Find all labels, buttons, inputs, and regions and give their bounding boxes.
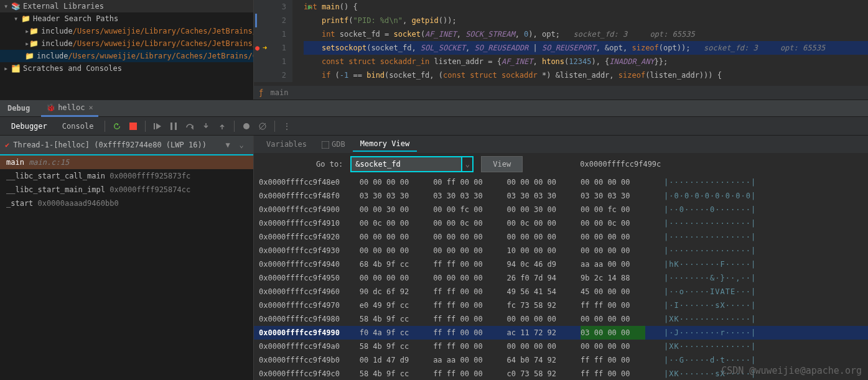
memory-row[interactable]: 0x0000ffffcc9f4910 00 0c 00 00 00 00 0c … bbox=[254, 216, 868, 230]
memory-row[interactable]: 0x0000ffffcc9f49c0 58 4b 9f cc ff ff 00 … bbox=[254, 367, 868, 380]
breadcrumb[interactable]: ƒ main bbox=[254, 86, 868, 100]
breadcrumb-item: main bbox=[270, 88, 288, 97]
project-tree: ▾ 📚 External Libraries ▾ 📁 Header Search… bbox=[0, 0, 254, 100]
bug-icon: 🐞 bbox=[46, 103, 55, 112]
tree-external-libraries[interactable]: ▾ 📚 External Libraries bbox=[0, 0, 253, 12]
memory-row[interactable]: 0x0000ffffcc9f4970 e0 49 9f cc ff ff 00 … bbox=[254, 299, 868, 312]
chevron-down-icon[interactable]: ⌄ bbox=[462, 156, 474, 172]
run-icon[interactable]: ▶ bbox=[308, 0, 312, 14]
chevron-down-icon[interactable]: ⌄ bbox=[235, 138, 248, 152]
frames-panel: ✔ Thread-1-[helloc] (0xffff92744e80 (LWP… bbox=[0, 136, 254, 380]
svg-rect-7 bbox=[322, 141, 329, 149]
folder-icon: 📁 bbox=[29, 27, 39, 35]
memory-row[interactable]: 0x0000ffffcc9f4990 f0 4a 9f cc ff ff 00 … bbox=[254, 326, 868, 340]
chevron-down-icon: ▾ bbox=[14, 14, 21, 23]
goto-bar: Go to: ⌄ View 0x0000ffffcc9f499c bbox=[254, 153, 868, 175]
memory-row[interactable]: 0x0000ffffcc9f48e0 00 00 00 00 00 ff 00 … bbox=[254, 175, 868, 189]
memory-row[interactable]: 0x0000ffffcc9f48f0 03 30 03 30 03 30 03 … bbox=[254, 189, 868, 203]
debug-toolbar: Debugger Console ⋮ bbox=[0, 117, 868, 136]
tab-debugger[interactable]: Debugger bbox=[5, 119, 54, 133]
step-over-icon[interactable] bbox=[183, 119, 197, 133]
tree-include-1[interactable]: ▸ 📁 include /Users/wuweijie/Library/Cach… bbox=[0, 25, 253, 37]
tree-label: External Libraries bbox=[23, 2, 104, 11]
code-line-current[interactable]: setsockopt(socket_fd, SOL_SOCKET, SO_REU… bbox=[304, 41, 868, 55]
code-editor[interactable]: 3 2 1 1 1 2 ▶ ●➜ int main() { printf("PI… bbox=[254, 0, 868, 100]
tree-label: Header Search Paths bbox=[33, 14, 118, 23]
chevron-down-icon: ▾ bbox=[4, 2, 11, 11]
tab-console[interactable]: Console bbox=[56, 119, 100, 133]
step-out-icon[interactable] bbox=[215, 119, 229, 133]
memory-row[interactable]: 0x0000ffffcc9f4940 68 4b 9f cc ff ff 00 … bbox=[254, 257, 868, 271]
close-icon[interactable]: × bbox=[88, 103, 93, 112]
tree-label: include bbox=[37, 52, 68, 60]
rerun-icon[interactable] bbox=[110, 119, 124, 133]
right-tabs: Variables GDB Memory View bbox=[254, 136, 868, 153]
tree-label: Scratches and Consoles bbox=[23, 64, 122, 73]
goto-label: Go to: bbox=[316, 160, 343, 169]
folder-icon: 📁 bbox=[21, 14, 30, 23]
stop-icon[interactable] bbox=[126, 119, 140, 133]
code-line[interactable]: int socket_fd = socket(AF_INET, SOCK_STR… bbox=[304, 27, 868, 41]
folder-icon: 📁 bbox=[25, 52, 34, 60]
right-panel: Variables GDB Memory View Go to: ⌄ View … bbox=[254, 136, 868, 380]
stack-frame[interactable]: main main.c:15 bbox=[0, 155, 253, 169]
thread-selector[interactable]: ✔ Thread-1-[helloc] (0xffff92744e80 (LWP… bbox=[0, 136, 253, 155]
tree-path: /Users/wuweijie/Library/Caches/JetBrains… bbox=[73, 27, 254, 35]
memory-table[interactable]: 0x0000ffffcc9f48e0 00 00 00 00 00 ff 00 … bbox=[254, 175, 868, 380]
chevron-right-icon: ▸ bbox=[25, 27, 29, 35]
scratches-icon: 🗂️ bbox=[11, 64, 21, 73]
chevron-right-icon: ▸ bbox=[25, 39, 29, 48]
memory-row[interactable]: 0x0000ffffcc9f49b0 00 1d 47 d9 aa aa 00 … bbox=[254, 353, 868, 367]
tree-scratches[interactable]: ▸ 🗂️ Scratches and Consoles bbox=[0, 62, 253, 75]
svg-rect-2 bbox=[170, 123, 172, 130]
tree-path: /Users/wuweijie/Library/Caches/JetBrains… bbox=[73, 39, 254, 48]
pause-icon[interactable] bbox=[167, 119, 180, 133]
stack-frame[interactable]: _start 0x0000aaaad9460bb0 bbox=[0, 197, 253, 210]
breakpoint-icon[interactable]: ● bbox=[255, 41, 259, 55]
memory-row[interactable]: 0x0000ffffcc9f4920 00 00 00 00 00 00 00 … bbox=[254, 230, 868, 244]
memory-row[interactable]: 0x0000ffffcc9f4960 90 dc 6f 92 ff ff 00 … bbox=[254, 285, 868, 299]
chevron-right-icon: ▸ bbox=[4, 64, 11, 73]
memory-row[interactable]: 0x0000ffffcc9f49a0 58 4b 9f cc ff ff 00 … bbox=[254, 340, 868, 353]
svg-rect-1 bbox=[154, 123, 155, 129]
tab-gdb[interactable]: GDB bbox=[314, 137, 353, 151]
folder-icon: 📁 bbox=[29, 39, 39, 48]
tree-include-2[interactable]: ▸ 📁 include /Users/wuweijie/Library/Cach… bbox=[0, 37, 253, 50]
debug-header: Debug 🐞 helloc × bbox=[0, 100, 868, 117]
debug-run-tab[interactable]: 🐞 helloc × bbox=[41, 100, 98, 117]
tab-label: helloc bbox=[58, 103, 85, 112]
tree-include-3[interactable]: 📁 include /Users/wuweijie/Library/Caches… bbox=[0, 50, 253, 62]
tab-memory-view[interactable]: Memory View bbox=[353, 137, 417, 152]
stack-frame[interactable]: __libc_start_call_main 0x0000ffff925873f… bbox=[0, 169, 253, 183]
memory-row[interactable]: 0x0000ffffcc9f4930 00 00 00 00 00 00 00 … bbox=[254, 244, 868, 257]
svg-rect-3 bbox=[175, 123, 177, 130]
more-icon[interactable]: ⋮ bbox=[280, 119, 294, 133]
code-line[interactable]: const struct sockaddr_in listen_addr = {… bbox=[304, 55, 868, 68]
exec-pointer-icon: ➜ bbox=[263, 41, 267, 55]
tree-label: include bbox=[41, 39, 73, 48]
memory-row[interactable]: 0x0000ffffcc9f4980 58 4b 9f cc ff ff 00 … bbox=[254, 312, 868, 326]
tree-label: include bbox=[41, 27, 73, 35]
code-line[interactable]: int main() { bbox=[304, 0, 868, 14]
tree-header-search[interactable]: ▾ 📁 Header Search Paths bbox=[0, 12, 253, 25]
code-line[interactable]: printf("PID: %d\n", getpid()); bbox=[304, 14, 868, 27]
resume-icon[interactable] bbox=[151, 119, 164, 133]
view-breakpoints-icon[interactable] bbox=[240, 119, 253, 133]
stack-frame[interactable]: __libc_start_main_impl 0x0000ffff925874c… bbox=[0, 183, 253, 197]
view-button[interactable]: View bbox=[481, 156, 523, 172]
memory-row[interactable]: 0x0000ffffcc9f4900 00 00 30 00 00 00 fc … bbox=[254, 203, 868, 216]
tab-variables[interactable]: Variables bbox=[259, 137, 314, 151]
mute-breakpoints-icon[interactable] bbox=[256, 119, 269, 133]
step-into-icon[interactable] bbox=[199, 119, 213, 133]
check-icon: ✔ bbox=[5, 141, 9, 149]
line-num: 2 bbox=[254, 68, 286, 82]
function-icon: ƒ bbox=[259, 88, 263, 97]
thread-label: Thread-1-[helloc] (0xffff92744e80 (LWP 1… bbox=[13, 141, 221, 149]
code-line[interactable]: if (-1 == bind(socket_fd, (const struct … bbox=[304, 68, 868, 82]
current-address: 0x0000ffffcc9f499c bbox=[580, 160, 661, 169]
filter-icon[interactable]: ▼ bbox=[221, 138, 235, 152]
library-icon: 📚 bbox=[11, 2, 21, 11]
line-num: 1 bbox=[254, 55, 286, 68]
memory-row[interactable]: 0x0000ffffcc9f4950 00 00 00 00 00 00 00 … bbox=[254, 271, 868, 285]
goto-input[interactable] bbox=[350, 156, 462, 172]
